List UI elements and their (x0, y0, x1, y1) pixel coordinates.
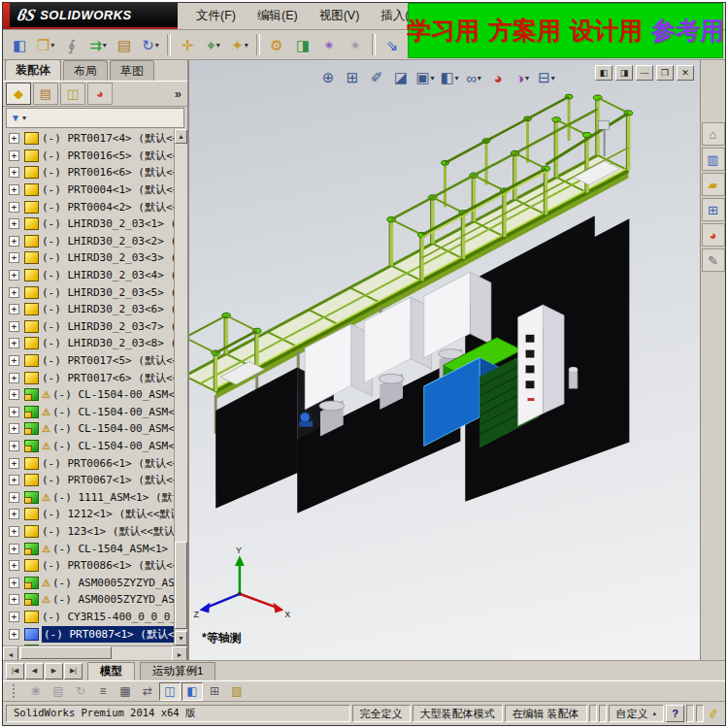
design-library-button[interactable]: ▥ (702, 148, 725, 171)
tree-item[interactable]: +(-) LHIRD30_2_03<2> (默 (3, 233, 174, 250)
feature-manager-button[interactable]: ◆ (6, 83, 31, 105)
expand-icon[interactable]: + (9, 509, 19, 519)
vcr-button[interactable]: ◀ (25, 663, 44, 679)
tree-item[interactable]: +(-) PRT0017<4> (默认<<默 (3, 130, 174, 148)
tree-item[interactable]: +⚠(-) CL-1504-00_ASM<8 (3, 420, 174, 438)
tab-草图[interactable]: 草图 (110, 60, 154, 81)
tree-item[interactable]: +⚠(-) ASM0005ZYZYD_ASM (3, 574, 174, 591)
expand-icon[interactable]: + (9, 423, 19, 434)
line-format-button[interactable]: ≡ (92, 682, 114, 701)
tree-item[interactable]: +⚠(-) 1111_ASM<1> (默认 (3, 488, 174, 506)
help-button[interactable]: ? (666, 705, 684, 722)
rotate-component-button[interactable]: ↻▾ (138, 32, 163, 57)
menu-item[interactable]: 文件(F) (187, 5, 245, 27)
expand-icon[interactable]: + (9, 287, 19, 298)
assembly-model[interactable]: YXZ (189, 60, 700, 660)
expand-icon[interactable]: + (9, 612, 19, 622)
display-style-button[interactable]: ◧▾ (439, 67, 460, 88)
expand-icon[interactable]: + (9, 202, 19, 213)
scroll-track[interactable] (175, 144, 187, 631)
tree-item[interactable]: +⚠(-) CL-1504-00_ASM<7 (3, 404, 174, 421)
grid-settings-button[interactable]: ▦ (115, 682, 136, 701)
tree-item[interactable]: +(-) PRT0004<2> (默认<<默 (3, 198, 174, 215)
insert-component-button[interactable]: ◧ (7, 32, 32, 57)
tree-item[interactable]: +(-) PRT0016<5> (默认<<默 (3, 148, 174, 165)
expand-icon[interactable]: + (9, 321, 19, 332)
open-document-button[interactable]: ❐▾ (33, 32, 58, 57)
expand-icon[interactable]: + (9, 270, 19, 281)
smart-fasteners-button[interactable]: ✦▾ (227, 32, 252, 57)
tree-item[interactable]: +(-) LHIRD30_2_03<8> (默 (3, 335, 174, 352)
appearances-scenes-button[interactable]: ◕ (702, 223, 725, 247)
expand-icon[interactable]: + (9, 355, 19, 366)
hide-show-items-button[interactable]: ∞▾ (463, 67, 484, 88)
mate-button[interactable]: ⇉▾ (85, 32, 111, 57)
tree-vertical-scrollbar[interactable]: ▲ ▼ (174, 129, 187, 645)
tree-item[interactable]: +(-) PRT0067<1> (默认<<默 (3, 472, 174, 489)
section-view-button[interactable]: ◪ (390, 67, 412, 88)
move-component-button[interactable]: ✛ (175, 32, 200, 57)
design-table-button[interactable]: ⊞ (204, 682, 225, 701)
edit-appearance-button[interactable]: ◕ (487, 67, 509, 88)
view-settings-button[interactable]: ⊟▾ (536, 67, 557, 88)
appearance-tool-button[interactable]: ❀ (25, 682, 47, 701)
tree-item[interactable]: +(-) PRT0066<1> (默认<<默 (3, 454, 174, 472)
layers-button[interactable]: ▤ (48, 682, 69, 701)
report-button[interactable]: ▨ (226, 682, 248, 701)
tree-item[interactable]: +⚠(-) ASM0005ZYZYD_ASM (3, 591, 174, 609)
vcr-button[interactable]: ▶| (64, 663, 83, 679)
scroll-thumb[interactable] (175, 542, 187, 629)
restore-button[interactable]: ❐ (656, 65, 674, 81)
tree-item[interactable]: +(-) PRT0017<6> (默认<<默 (3, 369, 174, 386)
expand-icon[interactable]: + (9, 492, 19, 503)
explode-line-sketch-button[interactable]: ✴ (343, 32, 368, 57)
tab-布局[interactable]: 布局 (63, 60, 108, 81)
zoom-fit-button[interactable]: ⊕ (317, 67, 339, 88)
minimize-button[interactable]: — (636, 65, 653, 81)
scroll-up-icon[interactable]: ▲ (175, 129, 187, 144)
expand-icon[interactable]: + (9, 133, 19, 144)
zoom-to-selection-button[interactable]: ✐ (366, 67, 387, 88)
expand-icon[interactable]: + (9, 407, 19, 417)
menu-item[interactable]: 视图(V) (311, 5, 369, 27)
tree-item[interactable]: +(-) LHIRD30_2_03<1> (默 (3, 215, 174, 233)
view-orientation-button[interactable]: ▣▾ (414, 67, 436, 88)
expand-icon[interactable]: + (9, 389, 19, 400)
tree-item[interactable]: +(-) PRT0004<1> (默认<<默 (3, 182, 174, 199)
attachment-button[interactable]: ∮ (59, 32, 84, 57)
toolbar-handle[interactable] (13, 684, 18, 698)
pane-split-left-button[interactable]: ◧ (595, 65, 612, 81)
tree-item[interactable]: +(-) LHIRD30_2_03<4> (默 (3, 267, 174, 284)
solidworks-resources-button[interactable]: ⌂ (702, 122, 725, 146)
scroll-track[interactable] (18, 646, 172, 660)
tree-item[interactable]: +(-) 123<1> (默认<<默认> (3, 523, 174, 541)
expand-icon[interactable]: + (9, 629, 19, 640)
large-design-review-button[interactable]: ⇘ (380, 32, 405, 57)
tree-item[interactable]: +(-) PRT0086<1> (默认<<默 (3, 557, 174, 575)
overflow-chevron[interactable]: » (175, 86, 182, 101)
tree-horizontal-scrollbar[interactable]: ◄ ► (3, 645, 187, 660)
close-button[interactable]: ✕ (677, 65, 694, 81)
tree-item[interactable]: +⚠(-) CL-1504-00_ASM<9 (3, 438, 174, 455)
apply-scene-button[interactable]: ◑▾ (512, 67, 533, 88)
show-hidden-components-button[interactable]: ◨ (290, 32, 315, 57)
configuration-manager-button[interactable]: ◫ (60, 83, 85, 105)
tree-item[interactable]: +(-) LHIRD30_2_03<7> (默 (3, 318, 174, 336)
filter-field[interactable]: ▼ ▾ (6, 108, 184, 128)
view-palette-button[interactable]: ⊞ (702, 198, 725, 221)
property-manager-button[interactable]: ▤ (33, 83, 58, 105)
assembly-features-button[interactable]: ⚙ (264, 32, 289, 57)
tree-item[interactable]: +(-) PRT0016<6> (默认<<默 (3, 164, 174, 182)
expand-icon[interactable]: + (9, 167, 19, 178)
scroll-thumb[interactable] (20, 646, 112, 659)
tab-motion-study[interactable]: 运动算例1 (140, 662, 215, 680)
swap-view-button[interactable]: ⇄ (137, 682, 158, 701)
tree-item[interactable]: +⚠(-) CL-1504_ASM<1> (默 (3, 540, 174, 557)
expand-icon[interactable]: + (9, 184, 19, 195)
performance-display-button[interactable]: ◫ (159, 682, 181, 701)
zoom-area-button[interactable]: ⊞ (342, 67, 363, 88)
find-references-button[interactable]: ⌖▾ (201, 32, 226, 57)
expand-icon[interactable]: + (9, 458, 19, 469)
expand-icon[interactable]: + (9, 594, 19, 605)
menu-item[interactable]: 编辑(E) (248, 5, 307, 27)
